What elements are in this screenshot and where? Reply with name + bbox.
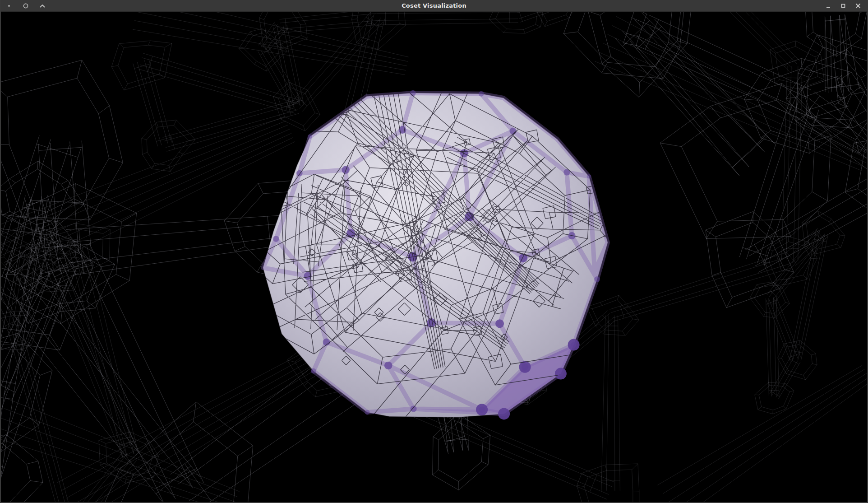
- close-button[interactable]: [854, 2, 862, 9]
- minimize-button[interactable]: [825, 2, 832, 9]
- window-titlebar: Coset Visualization: [1, 0, 867, 12]
- dot-icon[interactable]: [5, 2, 13, 9]
- window-title: Coset Visualization: [1, 2, 867, 9]
- chevron-up-icon[interactable]: [39, 2, 46, 9]
- circle-icon[interactable]: [22, 2, 29, 9]
- titlebar-right-controls: [825, 2, 867, 9]
- coset-3d-viewport[interactable]: [1, 12, 867, 502]
- titlebar-left-controls: [1, 2, 46, 9]
- app-window: Coset Visualization: [0, 0, 868, 503]
- maximize-button[interactable]: [840, 2, 847, 9]
- coset-scene: [1, 12, 867, 502]
